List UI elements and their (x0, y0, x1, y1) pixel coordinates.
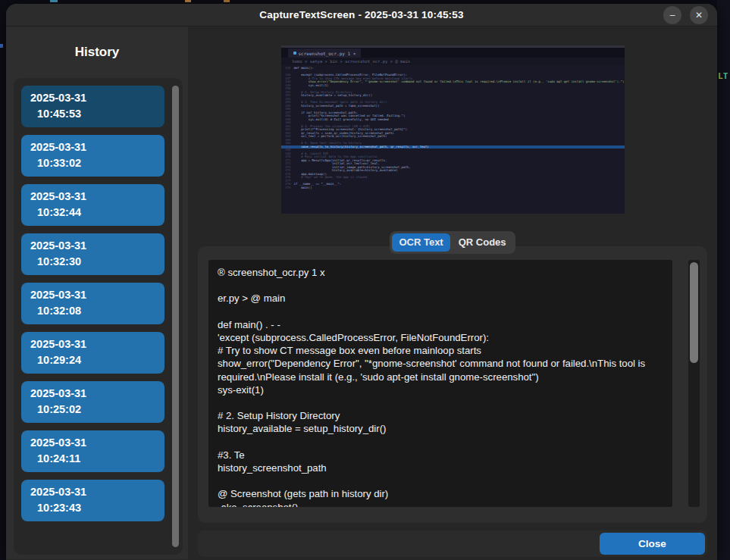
history-scrollbar-thumb[interactable] (172, 86, 179, 547)
edge-char: T (723, 71, 728, 81)
history-item[interactable]: 2025-03-3110:24:11 (21, 430, 164, 472)
history-item-date: 2025-03-31 (30, 90, 157, 106)
titlebar[interactable]: CaptureTextScreen - 2025-03-31 10:45:53 … (6, 4, 717, 27)
window-title: CaptureTextScreen - 2025-03-31 10:45:53 (259, 9, 463, 20)
desktop-artifact (224, 0, 230, 2)
history-sidebar: History 2025-03-3110:45:532025-03-3110:3… (6, 27, 188, 559)
history-item-time: 10:23:43 (30, 500, 157, 516)
history-scrollbar[interactable] (172, 84, 179, 549)
python-file-icon (293, 52, 296, 55)
desktop-artifact (0, 44, 3, 48)
history-heading: History (6, 45, 188, 60)
screenshot-preview: screenshot_ocr.py 1 × home > satya > bin… (281, 45, 625, 214)
ocr-scrollbar[interactable] (688, 260, 700, 507)
close-button[interactable]: Close (600, 533, 705, 555)
thumb-code: 442def main(): - - -- - - - - - -446 exc… (281, 65, 625, 189)
history-item-date: 2025-03-31 (30, 238, 157, 254)
history-item-date: 2025-03-31 (30, 139, 157, 155)
desktop-artifact (50, 0, 58, 2)
preview-tab-title: screenshot_ocr.py 1 × (299, 51, 356, 56)
desktop-edge (717, 0, 730, 560)
history-item-time: 10:33:02 (30, 155, 157, 171)
ocr-text: ® screenshot_ocr.py 1 x er.py > @ main d… (218, 266, 663, 507)
ocr-text-box: ® screenshot_ocr.py 1 x er.py > @ main d… (208, 260, 672, 507)
history-item-time: 10:45:53 (30, 106, 157, 122)
history-item-time: 10:32:08 (30, 303, 157, 319)
history-item-date: 2025-03-31 (30, 336, 157, 352)
close-window-button[interactable]: ✕ (690, 6, 708, 24)
history-item-time: 10:32:30 (30, 254, 157, 270)
ocr-result-panel: ® screenshot_ocr.py 1 x er.py > @ main d… (198, 246, 707, 523)
minimize-icon: – (670, 11, 675, 20)
history-item[interactable]: 2025-03-3110:32:30 (21, 233, 164, 275)
app-window: CaptureTextScreen - 2025-03-31 10:45:53 … (6, 4, 717, 560)
history-item-date: 2025-03-31 (30, 435, 157, 451)
history-item-date: 2025-03-31 (30, 484, 157, 500)
desktop-artifact (185, 0, 191, 2)
history-list-items: 2025-03-3110:45:532025-03-3110:33:022025… (21, 86, 164, 521)
history-item-time: 10:25:02 (30, 402, 157, 418)
preview-code-line: 479 main() (281, 186, 625, 190)
history-item[interactable]: 2025-03-3110:45:53 (21, 86, 164, 127)
close-icon: ✕ (695, 11, 703, 20)
tab-qr-codes[interactable]: QR Codes (452, 233, 513, 252)
result-tabs: OCR Text QR Codes (390, 231, 515, 254)
history-item[interactable]: 2025-03-3110:32:44 (21, 184, 164, 226)
desktop-edge-text: LT (718, 71, 728, 81)
tab-ocr-text[interactable]: OCR Text (392, 233, 450, 252)
history-item-date: 2025-03-31 (30, 287, 157, 303)
minimize-button[interactable]: – (663, 6, 681, 24)
preview-editor-tabbar: screenshot_ocr.py 1 × (281, 48, 625, 58)
main-panel: screenshot_ocr.py 1 × home > satya > bin… (188, 27, 717, 559)
preview-breadcrumb: home > satya > bin > screenshot_ocr.py >… (281, 58, 625, 65)
history-item-date: 2025-03-31 (30, 189, 157, 205)
history-item[interactable]: 2025-03-3110:23:43 (21, 480, 164, 521)
preview-editor-tab: screenshot_ocr.py 1 × (288, 48, 362, 58)
history-item[interactable]: 2025-03-3110:32:08 (21, 283, 164, 324)
edge-char: L (718, 71, 723, 81)
footer-bar: Close (198, 530, 707, 557)
history-item[interactable]: 2025-03-3110:33:02 (21, 135, 164, 177)
history-item[interactable]: 2025-03-3110:25:02 (21, 381, 164, 423)
history-item-time: 10:32:44 (30, 205, 157, 221)
history-list: 2025-03-3110:45:532025-03-3110:33:022025… (14, 78, 183, 555)
ocr-scrollbar-thumb[interactable] (690, 262, 698, 363)
preview-code-line: 448 show_error("Dependency Error", "'gno… (281, 80, 625, 84)
history-item-time: 10:29:24 (30, 352, 157, 368)
history-item-time: 10:24:11 (30, 451, 157, 467)
history-item-date: 2025-03-31 (30, 386, 157, 402)
history-item[interactable]: 2025-03-3110:29:24 (21, 332, 164, 374)
